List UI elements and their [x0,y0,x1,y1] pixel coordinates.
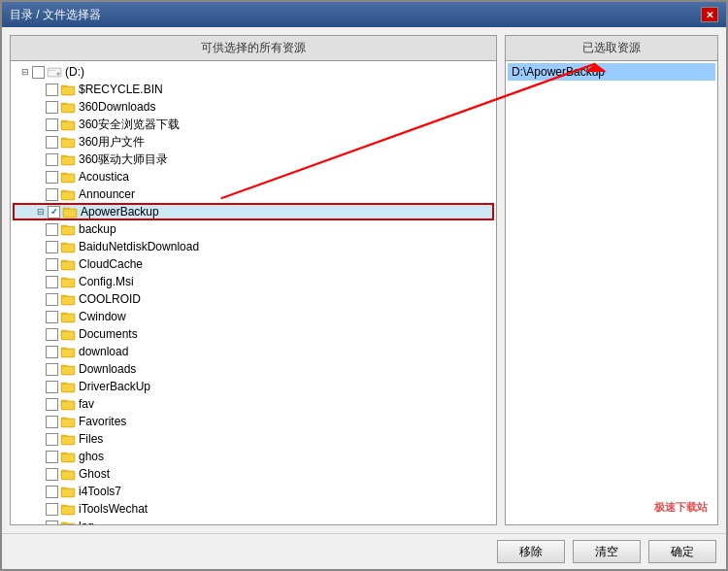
tree-item-cwindow[interactable]: Cwindow [13,308,494,325]
label-announcer: Announcer [79,187,135,201]
svg-rect-38 [61,278,67,280]
checkbox-ghos[interactable] [46,451,58,463]
svg-rect-24 [62,192,74,199]
tree-item-i4tools7[interactable]: i4Tools7 [13,483,494,500]
label-itoolswechat: iToolsWechat [79,502,148,516]
checkbox-favorites[interactable] [46,416,58,428]
svg-rect-32 [61,243,67,245]
svg-rect-72 [62,472,74,479]
folder-icon-360driver [60,152,76,166]
checkbox-360user[interactable] [46,136,58,149]
svg-rect-47 [61,330,67,332]
checkbox-recycle[interactable] [46,84,58,96]
checkbox-driverbackup[interactable] [46,381,58,393]
tree-item-announcer[interactable]: Announcer [13,185,494,203]
clear-button[interactable]: 清空 [573,540,641,563]
tree-item-baidunetdisk[interactable]: BaiduNetdiskDownload [13,238,494,255]
ok-button[interactable]: 确定 [648,540,716,563]
left-panel: 可供选择的所有资源 ⊟ [10,35,497,525]
tree-item-configmsi[interactable]: Config.Msi [13,273,494,290]
selected-resource-item[interactable]: D:\ApowerBackup [508,63,715,81]
svg-rect-51 [62,350,74,356]
tree-item-ghos[interactable]: ghos [13,448,494,465]
tree-item-coolroid[interactable]: COOLROID [13,290,494,308]
svg-rect-66 [62,437,74,444]
tree-item-itoolswechat[interactable]: iToolsWechat [13,500,494,518]
label-driverbackup: DriverBackUp [79,380,150,393]
checkbox-configmsi[interactable] [46,276,58,288]
tree-item-360downloads[interactable]: 360Downloads [13,98,494,116]
checkbox-cwindow[interactable] [46,311,58,323]
checkbox-360driver[interactable] [46,153,58,166]
tree-item-fav[interactable]: fav [13,395,494,413]
checkbox-apowerbackup[interactable] [48,206,60,218]
checkbox-documents[interactable] [46,328,58,341]
svg-rect-39 [62,280,74,286]
svg-rect-54 [62,367,74,374]
folder-icon-log [60,520,76,524]
expand-icon-ghos [32,450,46,463]
content-area: 可供选择的所有资源 ⊟ [2,27,726,533]
tree-item-acoustica[interactable]: Acoustica [13,168,494,185]
right-panel-content[interactable]: D:\ApowerBackup 极速下载站 [506,61,717,524]
tree-item-downloads[interactable]: Downloads [13,360,494,378]
tree-item-360driver[interactable]: 360驱动大师目录 [13,151,494,168]
tree-item-drive-d[interactable]: ⊟ (D:) [13,63,494,81]
checkbox-360browser[interactable] [46,118,58,131]
drive-icon [47,65,62,79]
checkbox-fav[interactable] [46,398,58,411]
checkbox-backup[interactable] [46,223,58,236]
label-i4tools7: i4Tools7 [79,485,121,498]
svg-rect-20 [61,173,67,175]
tree-item-log[interactable]: log [13,518,494,524]
tree-item-driverbackup[interactable]: DriverBackUp [13,378,494,395]
tree-item-cloudcache[interactable]: CloudCache [13,255,494,273]
checkbox-baidunetdisk[interactable] [46,241,58,253]
label-apowerbackup: ApowerBackup [81,205,159,218]
folder-icon-itoolswechat [60,502,76,516]
checkbox-acoustica[interactable] [46,171,58,184]
svg-rect-17 [61,155,67,157]
checkbox-i4tools7[interactable] [46,486,58,498]
tree-item-360user[interactable]: 360用户文件 [13,133,494,151]
checkbox-download[interactable] [46,346,58,358]
svg-rect-27 [64,210,76,217]
tree-item-favorites[interactable]: Favorites [13,413,494,430]
checkbox-cloudcache[interactable] [46,258,58,271]
checkbox-itoolswechat[interactable] [46,503,58,516]
close-button[interactable]: ✕ [701,7,718,22]
expand-icon-announcer [32,187,46,201]
expand-icon-cloudcache [32,257,46,271]
tree-item-360browser[interactable]: 360安全浏览器下载 [13,116,494,133]
folder-icon-ghos [60,450,76,463]
folder-icon-acoustica [60,170,76,184]
folder-icon-favorites [60,415,76,428]
checkbox-ghost[interactable] [46,468,58,481]
svg-rect-45 [62,315,74,321]
tree-item-apowerbackup[interactable]: ⊟ ApowerBackup [13,203,494,220]
svg-rect-62 [61,418,67,420]
tree-item-files[interactable]: Files [13,430,494,448]
folder-icon-backup [60,222,76,236]
tree-item-download[interactable]: download [13,343,494,360]
svg-rect-36 [62,262,74,269]
tree-item-ghost[interactable]: Ghost [13,465,494,483]
expand-icon-apowerbackup: ⊟ [34,205,48,218]
checkbox-downloads[interactable] [46,363,58,376]
checkbox-drive[interactable] [32,66,45,79]
expand-icon-configmsi [32,275,46,288]
tree-item-backup[interactable]: backup [13,220,494,238]
svg-rect-74 [61,487,67,489]
checkbox-files[interactable] [46,433,58,446]
tree-item-documents[interactable]: Documents [13,325,494,343]
remove-button[interactable]: 移除 [497,540,565,563]
checkbox-360downloads[interactable] [46,101,58,114]
folder-icon-ghost [60,467,76,481]
label-favorites: Favorites [79,415,126,428]
checkbox-announcer[interactable] [46,188,58,201]
svg-point-2 [57,73,60,76]
left-panel-content[interactable]: ⊟ (D:) [11,61,496,524]
checkbox-coolroid[interactable] [46,293,58,306]
checkbox-log[interactable] [46,521,58,525]
tree-item-recycle[interactable]: $RECYCLE.BIN [13,81,494,98]
